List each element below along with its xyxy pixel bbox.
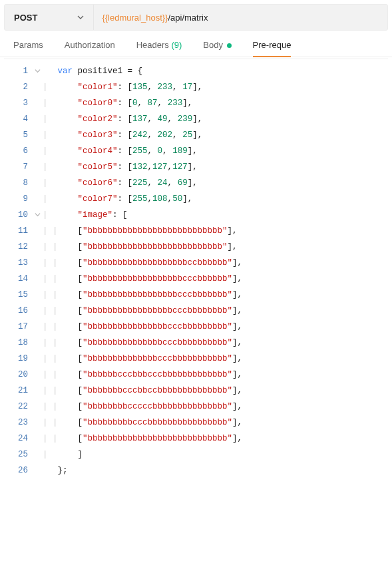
tab-params[interactable]: Params xyxy=(13,40,43,57)
url-path: /api/matrix xyxy=(168,13,208,23)
body-modified-indicator xyxy=(227,43,232,48)
tab-headers-count: (9) xyxy=(171,40,182,50)
tab-authorization[interactable]: Authorization xyxy=(65,40,115,57)
http-method-selector[interactable]: POST xyxy=(5,5,94,30)
url-variable: {{ledmural_host}} xyxy=(102,13,168,23)
code-editor[interactable]: 1234567891011121314151617181920212223242… xyxy=(4,59,388,478)
tab-body[interactable]: Body xyxy=(203,40,231,57)
request-url-input[interactable]: {{ledmural_host}}/api/matrix xyxy=(94,5,387,30)
tab-headers[interactable]: Headers (9) xyxy=(136,40,182,57)
request-tabs: Params Authorization Headers (9) Body Pr… xyxy=(0,31,392,57)
tab-headers-label: Headers xyxy=(136,40,169,50)
request-bar: POST {{ledmural_host}}/api/matrix xyxy=(4,4,388,31)
indent-guides: |||||||||| || || || || || || || || || ||… xyxy=(43,63,58,478)
code-content[interactable]: var positive1 = { "color1": [135, 233, 1… xyxy=(58,63,388,478)
line-number-gutter: 1234567891011121314151617181920212223242… xyxy=(15,63,32,478)
http-method-label: POST xyxy=(14,13,37,23)
tab-prerequest[interactable]: Pre-reque xyxy=(253,40,292,57)
fold-gutter xyxy=(32,63,43,478)
tab-body-label: Body xyxy=(203,40,223,50)
chevron-down-icon xyxy=(77,14,84,21)
